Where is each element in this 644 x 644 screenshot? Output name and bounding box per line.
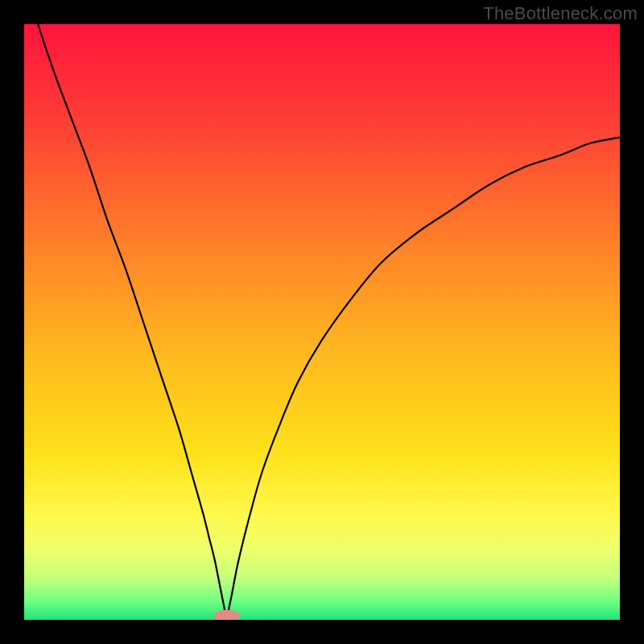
chart-frame: TheBottleneck.com	[0, 0, 644, 644]
watermark-text: TheBottleneck.com	[483, 3, 638, 24]
chart-svg	[24, 24, 620, 620]
gradient-background	[24, 24, 620, 620]
plot-area	[24, 24, 620, 620]
